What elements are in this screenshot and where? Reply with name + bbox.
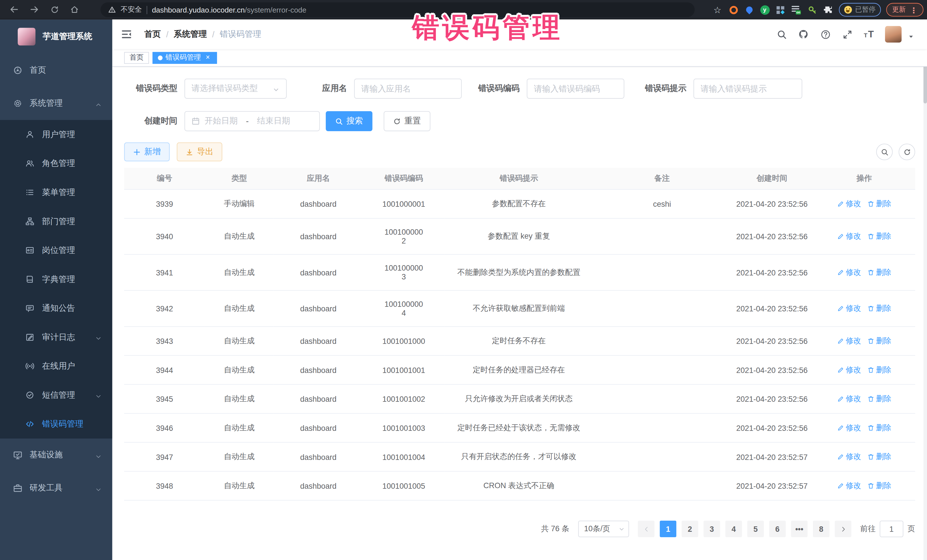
scrollbar[interactable] bbox=[924, 20, 927, 560]
extension-icon-green-circle[interactable] bbox=[760, 5, 769, 15]
sidebar-item-menu[interactable]: 菜单管理 bbox=[0, 178, 112, 207]
edit-link[interactable]: 修改 bbox=[837, 480, 861, 491]
cell-remark bbox=[593, 471, 731, 501]
error-msg-field[interactable] bbox=[693, 79, 802, 99]
page-size-select[interactable]: 10条/页 bbox=[578, 521, 629, 537]
tag-home[interactable]: 首页 bbox=[124, 52, 149, 63]
search-button[interactable]: 搜索 bbox=[326, 111, 372, 131]
error-msg-input[interactable] bbox=[701, 84, 795, 93]
hamburger-icon[interactable] bbox=[112, 20, 141, 49]
cell-create-time: 2021-04-20 23:52:57 bbox=[731, 471, 813, 501]
user-avatar[interactable] bbox=[885, 26, 902, 42]
browser-update-button[interactable]: 更新 bbox=[886, 3, 924, 17]
font-size-icon[interactable] bbox=[864, 30, 874, 38]
cell-actions: 修改删除 bbox=[813, 326, 915, 355]
goto-page-input[interactable] bbox=[880, 521, 903, 537]
page-button-2[interactable]: 2 bbox=[682, 521, 698, 537]
sidebar-item-infra[interactable]: 基础设施 bbox=[0, 439, 112, 472]
sidebar-item-audit[interactable]: 审计日志 bbox=[0, 323, 112, 352]
edit-link[interactable]: 修改 bbox=[837, 231, 861, 241]
sidebar-item-home[interactable]: 首页 bbox=[0, 54, 112, 87]
sidebar-item-post[interactable]: 岗位管理 bbox=[0, 236, 112, 265]
edit-link[interactable]: 修改 bbox=[837, 335, 861, 346]
browser-home-icon[interactable] bbox=[66, 2, 83, 17]
page-button-4[interactable]: 4 bbox=[725, 521, 742, 537]
github-icon[interactable] bbox=[798, 29, 808, 39]
extension-icon-squares-grid[interactable] bbox=[775, 5, 785, 15]
prev-page-button[interactable] bbox=[638, 521, 654, 537]
next-page-button[interactable] bbox=[835, 521, 851, 537]
fullscreen-icon[interactable] bbox=[842, 29, 853, 39]
delete-link[interactable]: 删除 bbox=[867, 231, 891, 241]
page-button-6[interactable]: 6 bbox=[769, 521, 786, 537]
page-button-8[interactable]: 8 bbox=[813, 521, 830, 537]
extension-icon-list-on-badge[interactable]: on bbox=[791, 5, 801, 15]
sidebar-item-sms[interactable]: 短信管理 bbox=[0, 381, 112, 410]
page-button-5[interactable]: 5 bbox=[747, 521, 764, 537]
toolbar-right-actions bbox=[876, 144, 915, 160]
delete-link[interactable]: 删除 bbox=[867, 303, 891, 314]
export-button[interactable]: 导出 bbox=[177, 143, 222, 161]
avatar-caret-down-icon[interactable] bbox=[908, 31, 914, 37]
sidebar-item-devtools[interactable]: 研发工具 bbox=[0, 472, 112, 505]
delete-link[interactable]: 删除 bbox=[867, 267, 891, 278]
extension-icon-blue-drop[interactable] bbox=[744, 5, 754, 15]
address-bar[interactable]: 不安全 dashboard.yudao.iocoder.cn/system/er… bbox=[100, 2, 694, 17]
edit-link[interactable]: 修改 bbox=[837, 303, 861, 314]
extension-paused-pill[interactable]: 已暂停 bbox=[839, 3, 881, 17]
delete-link[interactable]: 删除 bbox=[867, 480, 891, 491]
error-type-select[interactable]: 请选择错误码类型 bbox=[185, 79, 287, 99]
edit-link[interactable]: 修改 bbox=[837, 423, 861, 433]
refresh-table-button[interactable] bbox=[899, 144, 915, 160]
delete-link[interactable]: 删除 bbox=[867, 423, 891, 433]
sidebar-item-role[interactable]: 角色管理 bbox=[0, 149, 112, 178]
tag-error-code-active[interactable]: 错误码管理 × bbox=[153, 52, 217, 63]
browser-back-icon[interactable] bbox=[6, 2, 23, 17]
extension-icon-puzzle[interactable] bbox=[823, 5, 833, 15]
error-code-field[interactable] bbox=[527, 79, 625, 99]
app-name-input[interactable] bbox=[361, 84, 454, 93]
header-search-icon[interactable] bbox=[777, 29, 787, 39]
edit-link[interactable]: 修改 bbox=[837, 199, 861, 209]
error-code-table: 编号类型应用名错误码编码错误码提示备注创建时间操作 3939手动编辑dashbo… bbox=[124, 168, 915, 501]
extension-icon-orange-ring[interactable] bbox=[728, 5, 739, 15]
date-range-picker[interactable]: 开始日期 - 结束日期 bbox=[185, 111, 320, 131]
edit-link[interactable]: 修改 bbox=[837, 365, 861, 375]
app-name-field[interactable] bbox=[354, 79, 462, 99]
filter-form-row-2: 创建时间 开始日期 - 结束日期 搜索 bbox=[124, 111, 915, 131]
edit-link[interactable]: 修改 bbox=[837, 452, 861, 462]
sidebar-item-errcode[interactable]: 错误码管理 bbox=[0, 410, 112, 439]
browser-reload-icon[interactable] bbox=[46, 2, 63, 17]
sidebar-item-dept[interactable]: 部门管理 bbox=[0, 207, 112, 236]
toggle-search-button[interactable] bbox=[876, 144, 893, 160]
page-ellipsis[interactable]: ••• bbox=[791, 521, 807, 537]
delete-link[interactable]: 删除 bbox=[867, 393, 891, 404]
tag-close-icon[interactable]: × bbox=[204, 54, 212, 62]
sidebar-item-online[interactable]: 在线用户 bbox=[0, 352, 112, 381]
sidebar-item-dict[interactable]: 字典管理 bbox=[0, 265, 112, 294]
cell-type: 自动生成 bbox=[205, 384, 274, 413]
breadcrumb-home[interactable]: 首页 bbox=[144, 29, 161, 39]
sidebar-item-user[interactable]: 用户管理 bbox=[0, 120, 112, 149]
help-icon[interactable] bbox=[820, 29, 831, 39]
error-code-input[interactable] bbox=[534, 84, 617, 93]
delete-link[interactable]: 删除 bbox=[867, 365, 891, 375]
browser-forward-icon[interactable] bbox=[26, 2, 43, 17]
delete-link[interactable]: 删除 bbox=[867, 199, 891, 209]
refresh-icon bbox=[393, 117, 401, 125]
edit-link[interactable]: 修改 bbox=[837, 393, 861, 404]
breadcrumb-system[interactable]: 系统管理 bbox=[174, 29, 207, 39]
reset-button[interactable]: 重置 bbox=[384, 111, 430, 131]
page-button-1[interactable]: 1 bbox=[660, 521, 676, 537]
page-button-3[interactable]: 3 bbox=[704, 521, 720, 537]
bookmark-star-icon[interactable] bbox=[712, 5, 723, 15]
app-logo[interactable]: 芋道管理系统 bbox=[0, 20, 112, 54]
extension-icon-green-key[interactable] bbox=[807, 5, 817, 15]
add-button[interactable]: 新增 bbox=[124, 143, 170, 161]
edit-link[interactable]: 修改 bbox=[837, 267, 861, 278]
browser-menu-kebab-icon[interactable] bbox=[910, 5, 918, 15]
sidebar-item-system[interactable]: 系统管理 bbox=[0, 87, 112, 120]
delete-link[interactable]: 删除 bbox=[867, 335, 891, 346]
sidebar-item-notice[interactable]: 通知公告 bbox=[0, 294, 112, 323]
delete-link[interactable]: 删除 bbox=[867, 452, 891, 462]
